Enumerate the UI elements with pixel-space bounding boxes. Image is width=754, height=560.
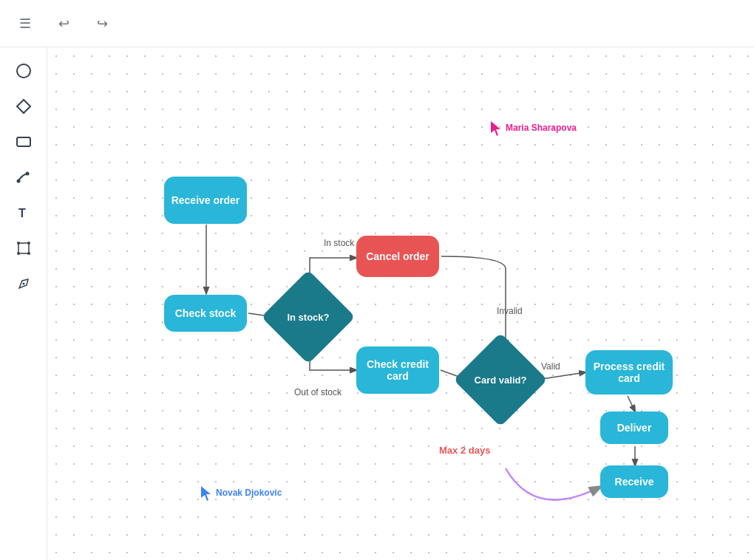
maria-cursor: Maria Sharapova bbox=[491, 121, 577, 136]
check-stock-node[interactable]: Check stock bbox=[164, 295, 247, 332]
svg-rect-6 bbox=[18, 243, 29, 253]
receive-order-node[interactable]: Receive order bbox=[164, 177, 247, 224]
cancel-order-node[interactable]: Cancel order bbox=[356, 236, 439, 277]
label-out-of-stock: Out of stock bbox=[294, 387, 342, 397]
receive-node[interactable]: Receive bbox=[600, 465, 668, 498]
card-valid-diamond-node[interactable]: Card valid? bbox=[467, 346, 534, 413]
undo-button[interactable]: ↩ bbox=[50, 10, 77, 37]
novak-cursor-label: Novak Djokovic bbox=[216, 488, 282, 498]
max-2-days-label: Max 2 days bbox=[439, 445, 490, 456]
rectangle-tool[interactable] bbox=[9, 127, 38, 157]
novak-cursor: Novak Djokovic bbox=[201, 486, 282, 501]
label-invalid: Invalid bbox=[497, 306, 523, 316]
svg-point-9 bbox=[17, 252, 20, 255]
svg-point-11 bbox=[22, 283, 24, 285]
label-valid: Valid bbox=[541, 361, 560, 372]
svg-point-0 bbox=[17, 64, 30, 78]
label-in-stock: In stock bbox=[324, 238, 354, 248]
diamond-tool[interactable] bbox=[9, 92, 38, 121]
in-stock-diamond-node[interactable]: In stock? bbox=[275, 284, 342, 350]
connector-tool[interactable] bbox=[9, 163, 38, 192]
svg-point-3 bbox=[16, 180, 20, 183]
check-credit-card-node[interactable]: Check credit card bbox=[356, 346, 439, 394]
svg-rect-2 bbox=[17, 137, 30, 146]
redo-button[interactable]: ↪ bbox=[89, 10, 115, 37]
deliver-node[interactable]: Deliver bbox=[600, 412, 668, 444]
sidebar: T bbox=[0, 47, 47, 560]
svg-point-8 bbox=[27, 242, 30, 245]
maria-cursor-label: Maria Sharapova bbox=[506, 123, 577, 133]
text-tool[interactable]: T bbox=[9, 198, 38, 228]
svg-text:T: T bbox=[18, 207, 26, 219]
svg-point-7 bbox=[17, 242, 20, 245]
transform-tool[interactable] bbox=[9, 233, 38, 263]
svg-marker-1 bbox=[17, 100, 30, 113]
circle-tool[interactable] bbox=[9, 56, 38, 86]
svg-point-4 bbox=[25, 172, 29, 176]
svg-marker-18 bbox=[491, 121, 500, 136]
process-credit-card-node[interactable]: Process credit card bbox=[585, 350, 673, 395]
toolbar: ☰ ↩ ↪ bbox=[0, 0, 754, 47]
svg-line-16 bbox=[628, 396, 635, 412]
menu-button[interactable]: ☰ bbox=[12, 10, 38, 37]
canvas[interactable]: In stock Out of stock Invalid Valid Max … bbox=[47, 47, 754, 560]
svg-point-10 bbox=[27, 252, 30, 255]
pen-tool[interactable] bbox=[9, 269, 38, 298]
svg-marker-19 bbox=[201, 486, 211, 501]
